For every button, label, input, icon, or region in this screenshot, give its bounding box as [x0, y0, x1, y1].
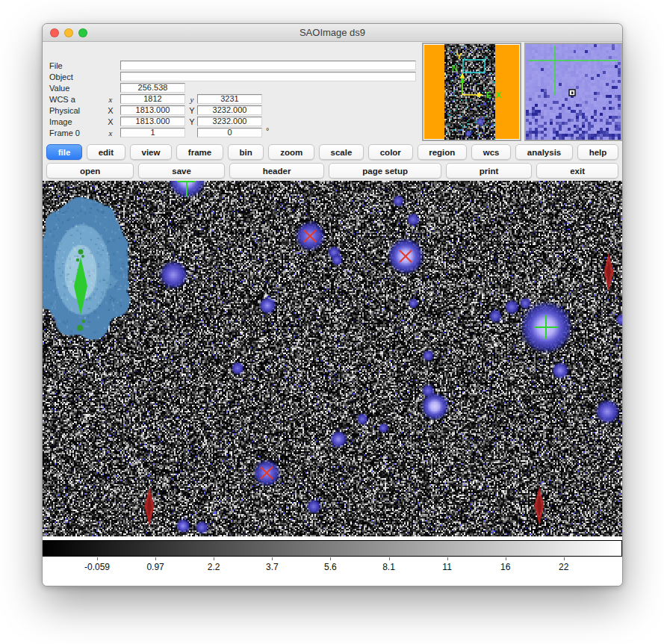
action-button-exit[interactable]: exit [536, 163, 618, 179]
menu-button-scale[interactable]: scale [319, 144, 364, 160]
image-display[interactable] [43, 181, 622, 536]
menu-button-view[interactable]: view [130, 144, 172, 160]
svg-text:E: E [486, 90, 491, 99]
magnifier[interactable] [524, 43, 622, 141]
colorbar-zone: -0.0590.972.23.75.68.1111622 [43, 536, 622, 586]
menu-button-help[interactable]: help [577, 144, 618, 160]
menu-button-zoom[interactable]: zoom [268, 144, 314, 160]
colorbar-tick-label: 16 [500, 562, 510, 572]
image-x-field[interactable]: 1813.000 [120, 117, 185, 126]
wcs-y-field[interactable]: 3231 [197, 94, 262, 104]
saturation-spike[interactable] [74, 257, 87, 315]
menu-button-wcs[interactable]: wcs [471, 144, 511, 160]
physical-x-field[interactable]: 1813.000 [120, 105, 185, 115]
degree-symbol: ° [266, 126, 269, 135]
colorbar-tickmark [506, 557, 506, 560]
menu-button-analysis[interactable]: analysis [515, 144, 573, 160]
menu-button-file[interactable]: file [46, 144, 82, 160]
wcs-x-field[interactable]: 1812 [120, 94, 185, 104]
physical-x-sublabel: X [105, 106, 116, 115]
menu-button-region[interactable]: region [418, 144, 468, 160]
action-button-open[interactable]: open [46, 163, 134, 179]
physical-y-field[interactable]: 3232.000 [197, 105, 262, 115]
magnifier-crosshair [526, 44, 621, 140]
colorbar-tickmark [155, 557, 156, 560]
saturation-dot[interactable] [82, 320, 85, 323]
action-button-page-setup[interactable]: page setup [329, 163, 441, 179]
menu-button-frame[interactable]: frame [176, 144, 223, 160]
menu-bar: fileeditviewframebinzoomscalecolorregion… [43, 144, 622, 161]
image-y-field[interactable]: 3232.000 [197, 117, 262, 126]
physical-y-sublabel: Y [187, 106, 197, 115]
image-x-sublabel: X [105, 117, 116, 126]
object-label: Object [49, 72, 73, 81]
image-y-sublabel: Y [187, 117, 197, 126]
saturation-dot[interactable] [78, 250, 84, 255]
file-field[interactable] [120, 61, 416, 70]
svg-text:N: N [452, 64, 458, 72]
menu-button-color[interactable]: color [368, 144, 413, 160]
menu-button-edit[interactable]: edit [87, 144, 125, 160]
object-field[interactable] [120, 72, 416, 81]
wcs-x-sublabel: x [105, 95, 116, 104]
colorbar-tickmark [214, 557, 214, 560]
action-button-print[interactable]: print [446, 163, 532, 179]
region-overlay [43, 181, 622, 536]
image-label: Image [49, 117, 72, 126]
colorbar-tickmark [389, 557, 390, 560]
frame-label: Frame 0 [49, 129, 80, 137]
saturation-dot[interactable] [76, 258, 79, 261]
window-title: SAOImage ds9 [43, 27, 622, 38]
colorbar-tick-label: 8.1 [382, 562, 395, 572]
colorbar-tickmark [564, 557, 565, 560]
title-bar[interactable]: SAOImage ds9 [43, 24, 622, 42]
saturation-dot[interactable] [81, 255, 84, 258]
frame-rotate-field[interactable]: 0 [197, 128, 262, 137]
physical-label: Physical [49, 106, 80, 115]
menu-button-bin[interactable]: bin [228, 144, 264, 160]
value-label: Value [49, 84, 69, 93]
file-label: File [49, 61, 63, 70]
colorbar-tickmark [447, 557, 448, 560]
action-button-save[interactable]: save [138, 163, 224, 179]
colorbar-tick-label: 0.97 [146, 562, 164, 572]
action-button-header[interactable]: header [229, 163, 325, 179]
ds9-window: SAOImage ds9 File Object Value 256.538 W… [42, 23, 623, 586]
colorbar-tick-label: 2.2 [208, 562, 220, 572]
colorbar-gradient[interactable] [43, 540, 622, 557]
value-field[interactable]: 256.538 [120, 83, 185, 93]
panner-compass: Y N E X [423, 44, 520, 140]
frame-x-sublabel: x [105, 129, 116, 137]
frame-zoom-field[interactable]: 1 [120, 128, 185, 137]
colorbar-tick-label: 3.7 [266, 562, 279, 572]
colorbar-tick-label: 11 [442, 562, 451, 572]
colorbar-tick-label: 5.6 [324, 562, 337, 572]
colorbar-tick-label: -0.059 [84, 562, 110, 572]
colorbar-tickmark [97, 557, 98, 560]
svg-text:X: X [496, 90, 502, 99]
svg-text:Y: Y [456, 52, 462, 61]
colorbar-tickmark [272, 557, 273, 560]
wcs-y-sublabel: y [187, 95, 197, 104]
panner-viewport-rect [463, 60, 485, 72]
wcs-label: WCS a [49, 95, 75, 104]
colorbar-tick-label: 22 [559, 562, 568, 572]
colorbar-tickmark [330, 557, 331, 560]
file-submenu-bar: opensaveheaderpage setupprintexit [43, 163, 622, 179]
panner[interactable]: Y N E X [422, 43, 521, 141]
saturation-dot[interactable] [77, 325, 83, 331]
